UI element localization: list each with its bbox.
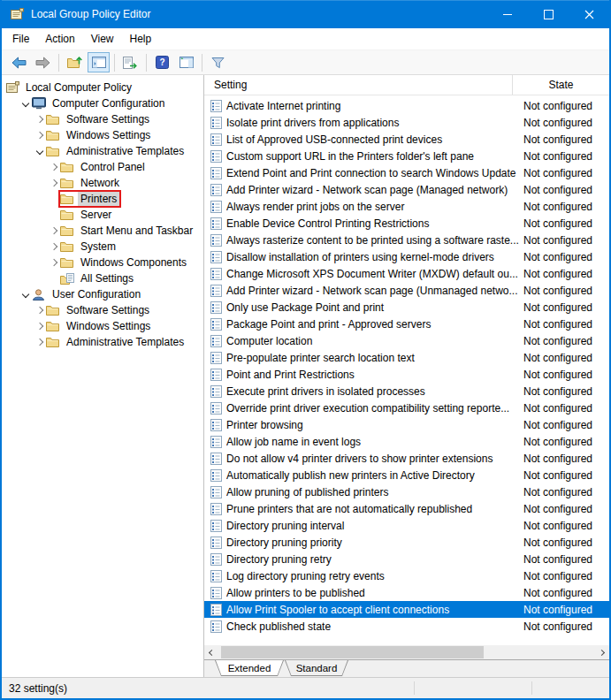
tree-item-all-settings[interactable]: All Settings [2, 270, 203, 286]
expander-collapsed[interactable] [48, 164, 60, 170]
setting-name: Directory pruning interval [226, 520, 523, 532]
column-header-state[interactable]: State [513, 75, 609, 95]
setting-row[interactable]: Allow pruning of published printersNot c… [204, 483, 609, 500]
scrollbar-thumb[interactable] [221, 646, 484, 658]
scroll-icon [5, 81, 19, 94]
menu-file[interactable]: File [4, 29, 37, 49]
expander-expanded[interactable] [19, 101, 32, 106]
expander-collapsed[interactable] [48, 244, 60, 249]
setting-row[interactable]: Point and Print RestrictionsNot configur… [204, 366, 609, 383]
setting-state: Not configured [523, 369, 592, 381]
setting-row[interactable]: Override print driver execution compatib… [204, 399, 609, 416]
tree-item-software-settings[interactable]: Software Settings [2, 111, 203, 127]
setting-row[interactable]: Directory pruning intervalNot configured [204, 517, 609, 534]
setting-name: Pre-populate printer search location tex… [226, 352, 523, 364]
expander-collapsed[interactable] [34, 133, 46, 138]
expander-collapsed[interactable] [48, 260, 60, 265]
tree-item-system[interactable]: System [2, 239, 203, 255]
back-button[interactable] [8, 52, 30, 72]
setting-row[interactable]: Custom support URL in the Printers folde… [204, 148, 609, 164]
expander-collapsed[interactable] [34, 323, 46, 329]
chevron-down-icon [36, 148, 43, 155]
tree-item-software-settings[interactable]: Software Settings [2, 302, 203, 318]
setting-row[interactable]: Allow printers to be publishedNot config… [204, 584, 609, 601]
setting-row[interactable]: Directory pruning retryNot configured [204, 551, 609, 567]
expander-expanded[interactable] [19, 292, 32, 297]
expander-collapsed[interactable] [34, 308, 46, 313]
help-button[interactable]: ? [151, 52, 173, 72]
up-one-level-button[interactable] [64, 52, 86, 72]
tree-item-label: Windows Settings [64, 128, 153, 142]
menu-view[interactable]: View [83, 29, 122, 49]
horizontal-scrollbar[interactable] [204, 645, 609, 660]
tree-item-printers[interactable]: Printers [2, 191, 203, 207]
setting-row[interactable]: Automatically publish new printers in Ac… [204, 467, 609, 483]
setting-row[interactable]: Add Printer wizard - Network scan page (… [204, 282, 609, 299]
tree-item-control-panel[interactable]: Control Panel [2, 159, 203, 175]
expander-collapsed[interactable] [48, 180, 60, 186]
menu-help[interactable]: Help [122, 29, 160, 49]
setting-row[interactable]: Always render print jobs on the serverNo… [204, 198, 609, 215]
tree-item-administrative-templates[interactable]: Administrative Templates [2, 334, 203, 350]
setting-row[interactable]: Do not allow v4 printer drivers to show … [204, 450, 609, 467]
setting-row[interactable]: Activate Internet printingNot configured [204, 97, 609, 114]
policy-setting-icon [210, 201, 222, 213]
tree-item-server[interactable]: Server [2, 207, 203, 223]
scroll-left-button[interactable] [204, 645, 219, 659]
tree-item-network[interactable]: Network [2, 175, 203, 191]
column-header-setting[interactable]: Setting [204, 75, 513, 95]
minimize-button[interactable] [487, 0, 528, 28]
setting-row[interactable]: Log directory pruning retry eventsNot co… [204, 567, 609, 584]
setting-row[interactable]: Check published stateNot configured [204, 618, 609, 635]
expander-collapsed[interactable] [34, 117, 46, 122]
tree-item-local-computer-policy[interactable]: Local Computer Policy [2, 80, 203, 95]
folder-icon [60, 225, 73, 236]
setting-row[interactable]: Pre-populate printer search location tex… [204, 349, 609, 366]
main-content: Local Computer PolicyComputer Configurat… [2, 75, 609, 677]
tree-item-user-configuration[interactable]: User Configuration [2, 286, 203, 302]
setting-row[interactable]: Enable Device Control Printing Restricti… [204, 215, 609, 232]
setting-row[interactable]: Change Microsoft XPS Document Writer (MX… [204, 265, 609, 282]
show-hide-action-pane-button[interactable] [175, 52, 197, 72]
export-list-button[interactable] [119, 52, 141, 72]
setting-name: Printer browsing [226, 419, 523, 431]
setting-row[interactable]: Disallow installation of printers using … [204, 248, 609, 265]
setting-row[interactable]: Add Printer wizard - Network scan page (… [204, 181, 609, 198]
setting-row[interactable]: Package Point and print - Approved serve… [204, 316, 609, 332]
tree-item-label: User Configuration [50, 287, 143, 301]
maximize-button[interactable] [528, 0, 569, 28]
expander-collapsed[interactable] [34, 339, 46, 345]
setting-row[interactable]: Isolate print drivers from applicationsN… [204, 114, 609, 131]
tree-item-administrative-templates[interactable]: Administrative Templates [2, 143, 203, 159]
setting-state: Not configured [523, 150, 592, 163]
setting-row[interactable]: Computer locationNot configured [204, 332, 609, 349]
tree-item-windows-settings[interactable]: Windows Settings [2, 127, 203, 143]
setting-row[interactable]: Prune printers that are not automaticall… [204, 500, 609, 517]
setting-row[interactable]: Extend Point and Print connection to sea… [204, 164, 609, 181]
tab-extended[interactable]: Extended [215, 660, 284, 676]
setting-row[interactable]: Allow job name in event logsNot configur… [204, 433, 609, 450]
setting-row[interactable]: Directory pruning priorityNot configured [204, 534, 609, 551]
scroll-right-button[interactable] [594, 645, 609, 659]
forward-button[interactable] [32, 52, 54, 72]
close-button[interactable] [569, 0, 609, 28]
setting-row[interactable]: Only use Package Point and printNot conf… [204, 299, 609, 316]
tree-item-start-menu-and-taskbar[interactable]: Start Menu and Taskbar [2, 223, 203, 239]
setting-row[interactable]: List of Approved USB-connected print dev… [204, 131, 609, 148]
filter-button[interactable] [207, 52, 229, 72]
tab-standard[interactable]: Standard [285, 660, 348, 676]
setting-row[interactable]: Printer browsingNot configured [204, 416, 609, 433]
setting-row[interactable]: Execute print drivers in isolated proces… [204, 383, 609, 399]
menu-action[interactable]: Action [37, 29, 82, 49]
setting-row[interactable]: Allow Print Spooler to accept client con… [204, 601, 609, 618]
expander-expanded[interactable] [34, 148, 46, 154]
setting-name: Override print driver execution compatib… [226, 402, 523, 415]
setting-row[interactable]: Always rasterize content to be printed u… [204, 232, 609, 248]
policy-setting-icon [210, 369, 222, 381]
console-tree-button[interactable] [88, 52, 110, 72]
tree-item-computer-configuration[interactable]: Computer Configuration [2, 95, 203, 111]
setting-state: Not configured [523, 251, 592, 263]
expander-collapsed[interactable] [48, 228, 60, 233]
tree-item-windows-components[interactable]: Windows Components [2, 255, 203, 270]
tree-item-windows-settings[interactable]: Windows Settings [2, 318, 203, 334]
